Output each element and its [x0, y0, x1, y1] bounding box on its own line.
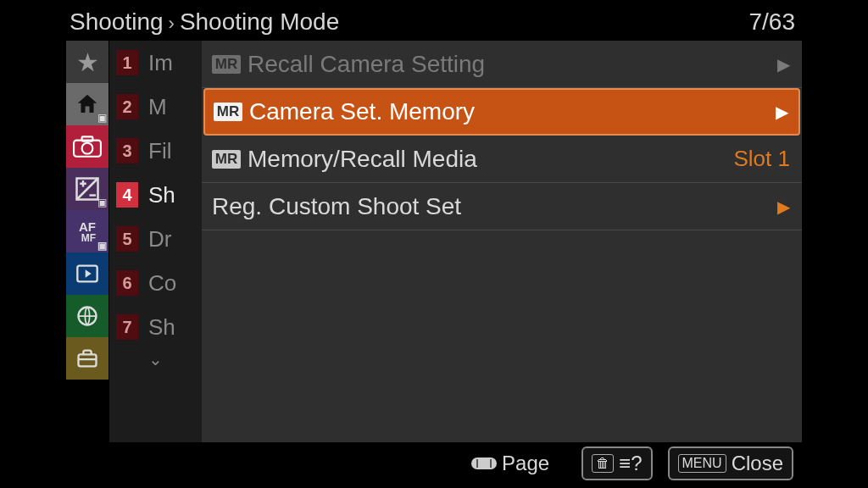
menu-item-recall-camera-setting[interactable]: MR Recall Camera Setting ▶	[202, 41, 802, 88]
section-item[interactable]: 4Sh	[109, 173, 202, 217]
wheel-icon	[471, 458, 497, 469]
section-item[interactable]: 3Fil	[109, 129, 202, 173]
home-icon	[75, 92, 100, 117]
help-icon: ≡?	[619, 452, 642, 475]
category-rail: ★ ▣ ▣ AF MF ▣	[66, 41, 108, 442]
play-icon	[75, 262, 99, 286]
menu-item-value: Slot 1	[734, 146, 791, 172]
menu-item-label: Recall Camera Setting	[248, 51, 485, 78]
svg-point-1	[82, 143, 93, 154]
menu-panel: MR Recall Camera Setting ▶ MR Camera Set…	[202, 41, 802, 442]
tab-exposure[interactable]: ▣	[66, 168, 108, 210]
section-item[interactable]: 5Dr	[109, 217, 202, 261]
menu-item-memory-recall-media[interactable]: MR Memory/Recall Media Slot 1	[202, 136, 802, 183]
page-hint: Page	[471, 452, 549, 475]
footer: Page 🗑 ≡? MENU Close	[66, 442, 802, 485]
tab-setup[interactable]	[66, 337, 108, 380]
svg-rect-6	[79, 354, 97, 366]
tab-favorites[interactable]: ★	[66, 41, 108, 83]
camera-mini-icon: ▣	[97, 112, 107, 124]
menu-item-label: Reg. Custom Shoot Set	[212, 193, 461, 220]
section-item[interactable]: 1Im	[109, 41, 202, 85]
trash-icon: 🗑	[592, 454, 614, 473]
exposure-icon	[75, 176, 100, 202]
chevron-down-icon: ⌄	[109, 349, 202, 368]
mr-badge: MR	[214, 103, 242, 121]
menu-item-label: Camera Set. Memory	[249, 98, 475, 125]
camera-mini-icon: ▣	[97, 241, 107, 251]
chevron-right-icon: ▶	[777, 54, 790, 75]
close-label: Close	[732, 452, 783, 475]
mr-badge: MR	[212, 55, 241, 74]
menu-badge: MENU	[678, 454, 726, 473]
globe-icon	[75, 304, 99, 328]
close-button[interactable]: MENU Close	[668, 446, 793, 480]
page-counter: 7/63	[748, 8, 795, 36]
svg-rect-2	[82, 136, 93, 141]
menu-item-camera-set-memory[interactable]: MR Camera Set. Memory ▶	[203, 88, 800, 136]
section-list: 1Im 2M 3Fil 4Sh 5Dr 6Co 7Sh ⌄	[108, 41, 202, 442]
section-item[interactable]: 6Co	[109, 261, 202, 305]
toolbox-icon	[75, 347, 99, 370]
breadcrumb-parent: Shooting	[70, 8, 164, 36]
menu-item-label: Memory/Recall Media	[248, 146, 477, 173]
camera-icon	[73, 136, 102, 158]
chevron-right-icon: ›	[169, 13, 175, 35]
menu-item-reg-custom-shoot-set[interactable]: Reg. Custom Shoot Set ▶	[202, 183, 802, 230]
section-item[interactable]: 7Sh	[109, 305, 202, 349]
chevron-right-icon: ▶	[777, 197, 790, 217]
section-item[interactable]: 2M	[109, 85, 202, 129]
tab-network[interactable]	[66, 295, 108, 337]
tab-focus[interactable]: AF MF ▣	[66, 210, 108, 252]
mr-badge: MR	[212, 150, 241, 169]
chevron-right-icon: ▶	[776, 102, 788, 122]
breadcrumb: Shooting › Shooting Mode 7/63	[66, 3, 802, 41]
tab-shooting[interactable]	[66, 125, 108, 168]
help-button[interactable]: 🗑 ≡?	[581, 446, 652, 480]
camera-mini-icon: ▣	[97, 197, 107, 208]
tab-playback[interactable]	[66, 252, 108, 295]
tab-main[interactable]: ▣	[66, 83, 108, 125]
breadcrumb-current: Shooting Mode	[180, 8, 339, 36]
